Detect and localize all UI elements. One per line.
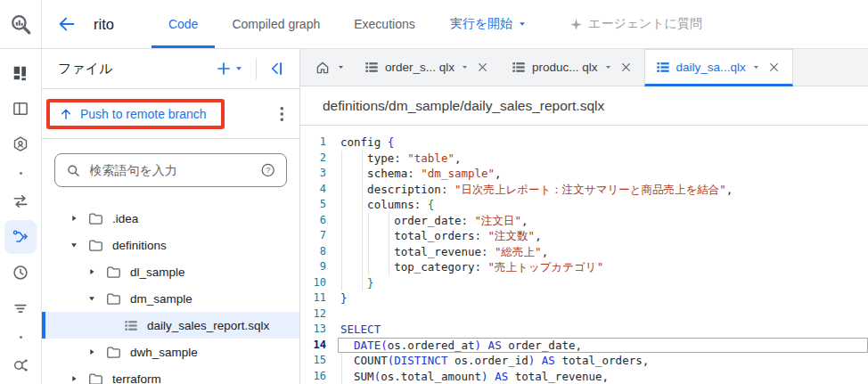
tree-collapse-arrow[interactable]: [86, 267, 97, 276]
close-icon[interactable]: [475, 60, 490, 75]
add-file-button[interactable]: [212, 57, 247, 80]
code-token: config: [340, 135, 388, 149]
bigquery-logo: [0, 0, 42, 48]
top-nav-tabs: CodeCompiled graphExecutions: [151, 0, 432, 48]
sort-lines-icon: [12, 299, 29, 317]
line-number: 13: [300, 322, 338, 338]
help-icon[interactable]: ?: [260, 162, 275, 178]
indent-guide: [341, 353, 342, 369]
file-tree: .ideadefinitionsdl_sampledm_sampledaily_…: [42, 196, 299, 384]
indent-guide: [341, 213, 342, 229]
tree-item-dwh_sample[interactable]: dwh_sample: [42, 339, 299, 365]
ask-agent-button[interactable]: エージェントに質問: [569, 16, 702, 32]
code-line: 12: [300, 306, 868, 323]
rail-history-clock-icon[interactable]: [4, 256, 37, 290]
code-token: ,: [521, 214, 528, 227]
svg-text:?: ?: [266, 166, 270, 175]
code-token: COUNT: [340, 354, 388, 367]
code-line: 11}: [300, 290, 868, 306]
code-token: DATE: [354, 339, 381, 352]
tree-item-label: dwh_sample: [130, 346, 198, 359]
rail-share-node-icon[interactable]: [4, 348, 37, 382]
indent-guide: [362, 151, 363, 167]
top-nav-tab-executions[interactable]: Executions: [337, 0, 431, 48]
indent-guide: [362, 244, 363, 260]
caret-down-icon[interactable]: [604, 63, 612, 71]
tree-expand-arrow[interactable]: [69, 241, 79, 249]
top-nav-tab-code[interactable]: Code: [151, 0, 215, 48]
close-icon[interactable]: [766, 60, 782, 75]
code-token: "日次売上レポート：注文サマリーと商品売上を結合": [454, 183, 726, 196]
code-token: total_revenue:: [340, 245, 495, 258]
code-line: 10 }: [300, 275, 868, 291]
rail-sort-lines-icon[interactable]: [4, 291, 37, 325]
line-content: DATE(os.ordered_at) AS order_date,: [338, 338, 868, 354]
rail-swap-arrows-icon[interactable]: [4, 184, 37, 218]
caret-down-icon[interactable]: [752, 63, 760, 71]
code-token: "売上トップカテゴリ": [488, 260, 604, 274]
code-token: "注文数": [488, 229, 536, 242]
close-icon[interactable]: [618, 60, 634, 75]
editor-tab-label: produc... qlx: [532, 61, 598, 74]
editor-tab-file[interactable]: order_s... qlx: [354, 49, 501, 86]
caret-down-icon[interactable]: [461, 63, 469, 71]
folder-icon: [88, 239, 103, 252]
editor-tab-label: order_s... qlx: [385, 61, 454, 74]
indent-guide: [341, 369, 342, 384]
more-options-button[interactable]: [274, 102, 290, 126]
line-content: total_revenue: "総売上",: [338, 244, 868, 260]
code-token: [488, 370, 495, 383]
code-token: [340, 276, 367, 290]
line-number: 5: [300, 197, 338, 213]
start-execution-button[interactable]: 実行を開始: [450, 16, 527, 32]
editor-tab-active[interactable]: daily_sa...qlx: [644, 49, 793, 86]
tree-item-dm_sample[interactable]: dm_sample: [42, 285, 299, 312]
search-row: ?: [42, 139, 299, 196]
push-to-remote-branch-button[interactable]: Push to remote branch: [59, 107, 207, 121]
history-clock-icon: [12, 264, 29, 282]
file-path: definitions/dm_sample/daily_sales_report…: [323, 98, 604, 114]
tree-item-terraform[interactable]: terraform: [42, 365, 299, 384]
line-number: 1: [300, 135, 338, 151]
tree-collapse-arrow[interactable]: [86, 347, 97, 356]
tree-item-daily_sales_reportsqlx[interactable]: daily_sales_report.sqlx: [42, 312, 299, 339]
tree-collapse-arrow[interactable]: [69, 374, 79, 383]
search-input[interactable]: [90, 163, 251, 177]
code-line: 7 total_orders: "注文数",: [300, 228, 868, 244]
rail-git-merge-icon[interactable]: [4, 220, 37, 254]
code-token: os.ordered_at: [388, 339, 475, 352]
indent-guide: [368, 228, 369, 244]
code-token: total_orders:: [340, 229, 488, 242]
code-editor[interactable]: 1config {2 type: "table",3 schema: "dm_s…: [300, 126, 868, 384]
folder-icon: [88, 212, 103, 225]
divider: [256, 58, 257, 79]
collapse-panel-button[interactable]: [266, 57, 289, 80]
arrow-up-icon: [59, 107, 73, 121]
caret-down-icon: [337, 63, 345, 71]
rail-workspace-grid-icon[interactable]: [4, 56, 37, 90]
tree-item-idea[interactable]: .idea: [42, 205, 299, 232]
back-arrow-icon[interactable]: [57, 14, 77, 34]
annotation-highlight-box: Push to remote branch: [46, 99, 225, 129]
code-token: order_date,: [502, 339, 582, 352]
code-token: }: [340, 291, 348, 305]
editor-tab-home[interactable]: [306, 49, 354, 86]
split-panel-icon: [12, 100, 29, 118]
line-number: 2: [300, 151, 338, 167]
code-token: {: [428, 198, 435, 211]
indent-guide: [341, 228, 342, 244]
indent-guide: [341, 197, 342, 213]
code-line: 16 SUM(os.total_amount) AS total_revenue…: [300, 369, 868, 384]
top-nav-tab-compiled-graph[interactable]: Compiled graph: [215, 0, 337, 48]
code-token: [535, 354, 542, 367]
tree-item-dl_sample[interactable]: dl_sample: [42, 258, 299, 285]
tree-item-definitions[interactable]: definitions: [42, 232, 299, 258]
tree-expand-arrow[interactable]: [86, 294, 97, 303]
rail-hexagon-settings-icon[interactable]: [4, 127, 37, 161]
tree-collapse-arrow[interactable]: [69, 214, 79, 223]
left-icon-rail: [0, 49, 42, 384]
editor-pane: order_s... qlxproduc... qlxdaily_sa...ql…: [300, 49, 868, 384]
rail-split-panel-icon[interactable]: [4, 92, 37, 126]
editor-tab-file[interactable]: produc... qlx: [501, 49, 644, 86]
file-search-box[interactable]: ?: [54, 153, 287, 187]
